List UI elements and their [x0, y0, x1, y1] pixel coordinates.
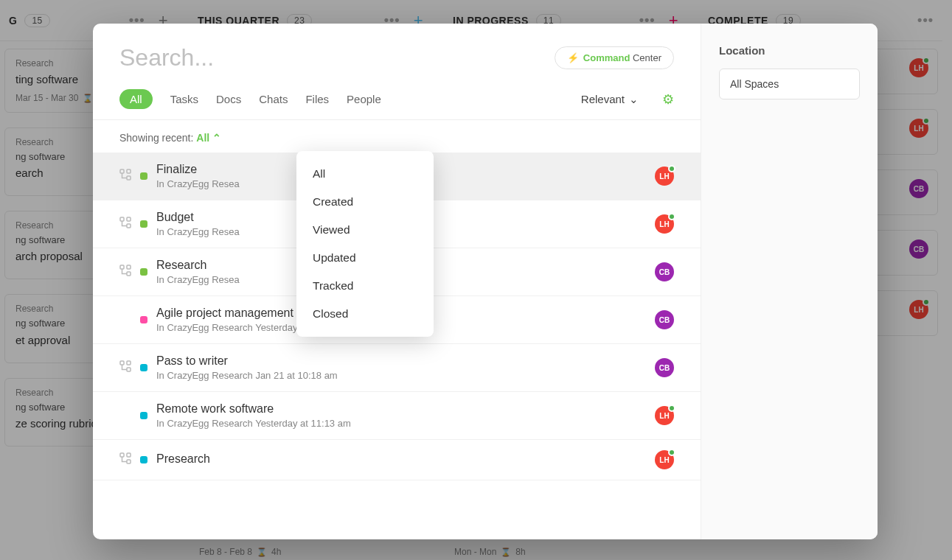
location-label: Location: [719, 44, 860, 57]
svg-rect-1: [127, 169, 131, 173]
svg-rect-2: [127, 176, 131, 180]
dropdown-item-viewed[interactable]: Viewed: [296, 216, 434, 244]
location-select[interactable]: All Spaces: [719, 69, 860, 99]
svg-rect-14: [127, 460, 131, 463]
recent-prefix: Showing recent:: [119, 132, 196, 144]
status-badge: [668, 213, 675, 220]
tab-files[interactable]: Files: [305, 90, 329, 108]
status-badge: [668, 165, 675, 172]
status-badge: [668, 449, 675, 456]
result-title: Presearch: [156, 452, 646, 466]
recent-filter-row: Showing recent: All ⌃ All Created Viewed…: [93, 120, 701, 153]
svg-rect-11: [127, 368, 131, 371]
tab-people[interactable]: People: [347, 90, 381, 108]
avatar: CB: [655, 310, 674, 329]
svg-rect-6: [120, 265, 124, 269]
sort-label: Relevant: [581, 93, 625, 105]
avatar: LH: [655, 167, 674, 186]
recent-filter-dropdown: All Created Viewed Updated Tracked Close…: [296, 151, 434, 337]
svg-rect-13: [127, 453, 131, 457]
avatar: CB: [655, 262, 674, 281]
avatar: LH: [655, 406, 674, 425]
dropdown-item-created[interactable]: Created: [296, 188, 434, 216]
subtask-tree-icon: [119, 169, 131, 183]
chevron-down-icon: ⌄: [629, 93, 639, 106]
avatar: CB: [655, 358, 674, 377]
status-dot: [140, 364, 147, 371]
dropdown-item-closed[interactable]: Closed: [296, 300, 434, 328]
status-dot: [140, 172, 147, 180]
svg-rect-5: [127, 224, 131, 228]
search-tabs: All Tasks Docs Chats Files People Releva…: [93, 71, 701, 120]
dropdown-item-tracked[interactable]: Tracked: [296, 272, 434, 300]
status-dot: [140, 220, 147, 228]
svg-rect-9: [120, 361, 124, 365]
tab-tasks[interactable]: Tasks: [170, 90, 198, 108]
svg-rect-12: [120, 453, 124, 457]
search-modal: ⚡ Command Center All Tasks Docs Chats Fi…: [93, 24, 878, 539]
search-row: ⚡ Command Center: [93, 24, 701, 71]
search-result-item[interactable]: Remote work softwareIn CrazyEgg Research…: [93, 392, 701, 440]
result-meta: In CrazyEgg Research Jan 21 at 10:18 am: [156, 370, 646, 381]
command-center-button[interactable]: ⚡ Command Center: [555, 46, 674, 69]
status-dot: [140, 456, 147, 463]
search-sidebar: Location All Spaces: [701, 24, 878, 539]
svg-rect-3: [120, 217, 124, 221]
tab-docs[interactable]: Docs: [216, 90, 241, 108]
bolt-icon: ⚡: [567, 52, 579, 63]
sort-dropdown[interactable]: Relevant ⌄: [581, 93, 639, 106]
dropdown-item-all[interactable]: All: [296, 160, 434, 188]
svg-rect-7: [127, 265, 131, 269]
result-meta: In CrazyEgg Research Yesterday at 11:13 …: [156, 418, 646, 429]
subtask-tree-icon: [119, 265, 131, 279]
avatar: LH: [655, 450, 674, 469]
tab-all[interactable]: All: [119, 89, 153, 109]
svg-rect-10: [127, 361, 131, 365]
command-label-strong: Command: [583, 52, 630, 63]
avatar: LH: [655, 214, 674, 234]
search-result-item[interactable]: PresearchLH: [93, 440, 701, 480]
svg-rect-4: [127, 217, 131, 221]
command-label-rest: Center: [630, 52, 661, 63]
subtask-tree-icon: [119, 452, 131, 467]
subtask-tree-icon: [119, 217, 131, 231]
gear-icon[interactable]: ⚙: [662, 91, 674, 108]
status-badge: [668, 405, 675, 412]
status-dot: [140, 268, 147, 276]
svg-rect-0: [120, 169, 124, 173]
search-result-item[interactable]: Pass to writerIn CrazyEgg Research Jan 2…: [93, 344, 701, 392]
search-main: ⚡ Command Center All Tasks Docs Chats Fi…: [93, 24, 701, 539]
recent-filter-toggle[interactable]: All ⌃: [196, 132, 221, 144]
status-dot: [140, 412, 147, 419]
status-dot: [140, 316, 147, 323]
dropdown-item-updated[interactable]: Updated: [296, 244, 434, 272]
svg-rect-8: [127, 272, 131, 276]
result-title: Remote work software: [156, 402, 646, 416]
result-title: Pass to writer: [156, 354, 646, 368]
subtask-tree-icon: [119, 360, 131, 375]
chevron-up-icon: ⌃: [212, 132, 221, 144]
search-input[interactable]: [119, 44, 543, 71]
tab-chats[interactable]: Chats: [259, 90, 288, 108]
